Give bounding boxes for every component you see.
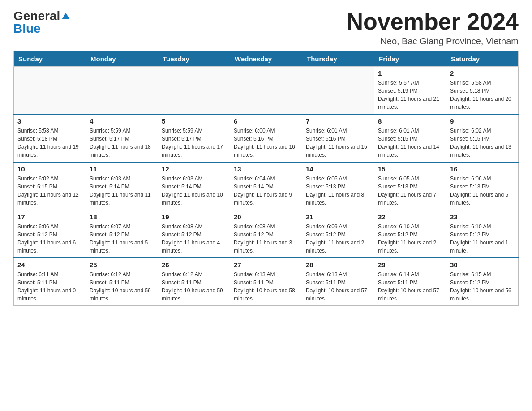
weekday-header-monday: Monday bbox=[86, 51, 158, 67]
calendar-cell-1-5 bbox=[302, 67, 374, 115]
day-number: 8 bbox=[378, 117, 442, 125]
day-info: Sunrise: 6:05 AMSunset: 5:13 PMDaylight:… bbox=[306, 175, 370, 207]
day-info: Sunrise: 5:58 AMSunset: 5:18 PMDaylight:… bbox=[17, 127, 82, 159]
day-number: 21 bbox=[306, 213, 370, 221]
day-info: Sunrise: 5:58 AMSunset: 5:18 PMDaylight:… bbox=[450, 79, 515, 111]
day-number: 12 bbox=[162, 165, 226, 173]
day-info: Sunrise: 6:07 AMSunset: 5:12 PMDaylight:… bbox=[90, 223, 154, 255]
calendar-week-4: 17Sunrise: 6:06 AMSunset: 5:12 PMDayligh… bbox=[14, 210, 519, 258]
calendar-cell-4-7: 23Sunrise: 6:10 AMSunset: 5:12 PMDayligh… bbox=[446, 210, 519, 258]
calendar-cell-3-3: 12Sunrise: 6:03 AMSunset: 5:14 PMDayligh… bbox=[158, 162, 230, 210]
calendar-cell-4-1: 17Sunrise: 6:06 AMSunset: 5:12 PMDayligh… bbox=[14, 210, 86, 258]
day-info: Sunrise: 6:15 AMSunset: 5:12 PMDaylight:… bbox=[450, 270, 515, 303]
day-info: Sunrise: 6:02 AMSunset: 5:15 PMDaylight:… bbox=[450, 127, 515, 159]
day-info: Sunrise: 6:09 AMSunset: 5:12 PMDaylight:… bbox=[306, 223, 370, 255]
calendar-cell-3-6: 15Sunrise: 6:05 AMSunset: 5:13 PMDayligh… bbox=[374, 162, 446, 210]
calendar-cell-4-4: 20Sunrise: 6:08 AMSunset: 5:12 PMDayligh… bbox=[230, 210, 302, 258]
day-info: Sunrise: 6:08 AMSunset: 5:12 PMDaylight:… bbox=[234, 223, 298, 255]
day-number: 9 bbox=[450, 117, 515, 125]
day-info: Sunrise: 6:13 AMSunset: 5:11 PMDaylight:… bbox=[306, 270, 370, 303]
day-number: 22 bbox=[378, 213, 442, 221]
calendar-cell-5-4: 27Sunrise: 6:13 AMSunset: 5:11 PMDayligh… bbox=[230, 258, 302, 306]
day-info: Sunrise: 6:00 AMSunset: 5:16 PMDaylight:… bbox=[234, 127, 298, 159]
calendar-cell-2-7: 9Sunrise: 6:02 AMSunset: 5:15 PMDaylight… bbox=[446, 114, 519, 162]
day-info: Sunrise: 5:59 AMSunset: 5:17 PMDaylight:… bbox=[90, 127, 154, 159]
header: General Blue November 2024 Neo, Bac Gian… bbox=[13, 9, 519, 47]
day-info: Sunrise: 5:59 AMSunset: 5:17 PMDaylight:… bbox=[162, 127, 226, 159]
calendar-cell-1-1 bbox=[14, 67, 86, 115]
weekday-header-sunday: Sunday bbox=[14, 51, 86, 67]
day-info: Sunrise: 6:01 AMSunset: 5:16 PMDaylight:… bbox=[306, 127, 370, 159]
day-number: 15 bbox=[378, 165, 442, 173]
calendar-cell-1-2 bbox=[86, 67, 158, 115]
day-number: 4 bbox=[90, 117, 154, 125]
day-info: Sunrise: 5:57 AMSunset: 5:19 PMDaylight:… bbox=[378, 79, 442, 111]
calendar-cell-3-2: 11Sunrise: 6:03 AMSunset: 5:14 PMDayligh… bbox=[86, 162, 158, 210]
calendar-title: November 2024 bbox=[347, 9, 519, 34]
weekday-header-row: SundayMondayTuesdayWednesdayThursdayFrid… bbox=[14, 51, 519, 67]
calendar-week-5: 24Sunrise: 6:11 AMSunset: 5:11 PMDayligh… bbox=[14, 258, 519, 306]
calendar-cell-1-3 bbox=[158, 67, 230, 115]
day-number: 27 bbox=[234, 261, 298, 269]
day-number: 17 bbox=[17, 213, 82, 221]
calendar-cell-3-5: 14Sunrise: 6:05 AMSunset: 5:13 PMDayligh… bbox=[302, 162, 374, 210]
weekday-header-thursday: Thursday bbox=[302, 51, 374, 67]
day-number: 28 bbox=[306, 261, 370, 269]
day-info: Sunrise: 6:12 AMSunset: 5:11 PMDaylight:… bbox=[90, 270, 154, 303]
calendar-week-2: 3Sunrise: 5:58 AMSunset: 5:18 PMDaylight… bbox=[14, 114, 519, 162]
day-number: 25 bbox=[90, 261, 154, 269]
day-number: 3 bbox=[17, 117, 82, 125]
day-info: Sunrise: 6:03 AMSunset: 5:14 PMDaylight:… bbox=[90, 175, 154, 207]
calendar-cell-4-3: 19Sunrise: 6:08 AMSunset: 5:12 PMDayligh… bbox=[158, 210, 230, 258]
day-number: 1 bbox=[378, 69, 442, 77]
calendar-cell-2-5: 7Sunrise: 6:01 AMSunset: 5:16 PMDaylight… bbox=[302, 114, 374, 162]
calendar-cell-3-1: 10Sunrise: 6:02 AMSunset: 5:15 PMDayligh… bbox=[14, 162, 86, 210]
calendar-cell-5-5: 28Sunrise: 6:13 AMSunset: 5:11 PMDayligh… bbox=[302, 258, 374, 306]
day-info: Sunrise: 6:06 AMSunset: 5:12 PMDaylight:… bbox=[17, 223, 82, 255]
logo: General Blue bbox=[13, 9, 70, 36]
day-info: Sunrise: 6:06 AMSunset: 5:13 PMDaylight:… bbox=[450, 175, 515, 207]
day-info: Sunrise: 6:13 AMSunset: 5:11 PMDaylight:… bbox=[234, 270, 298, 303]
day-info: Sunrise: 6:11 AMSunset: 5:11 PMDaylight:… bbox=[17, 270, 82, 303]
day-info: Sunrise: 6:01 AMSunset: 5:15 PMDaylight:… bbox=[378, 127, 442, 159]
calendar-cell-1-6: 1Sunrise: 5:57 AMSunset: 5:19 PMDaylight… bbox=[374, 67, 446, 115]
day-number: 23 bbox=[450, 213, 515, 221]
calendar-cell-1-4 bbox=[230, 67, 302, 115]
calendar-cell-2-6: 8Sunrise: 6:01 AMSunset: 5:15 PMDaylight… bbox=[374, 114, 446, 162]
calendar-cell-2-4: 6Sunrise: 6:00 AMSunset: 5:16 PMDaylight… bbox=[230, 114, 302, 162]
calendar-table: SundayMondayTuesdayWednesdayThursdayFrid… bbox=[13, 51, 519, 306]
day-number: 7 bbox=[306, 117, 370, 125]
logo-triangle-icon bbox=[62, 13, 70, 19]
calendar-cell-5-3: 26Sunrise: 6:12 AMSunset: 5:11 PMDayligh… bbox=[158, 258, 230, 306]
day-number: 5 bbox=[162, 117, 226, 125]
day-info: Sunrise: 6:03 AMSunset: 5:14 PMDaylight:… bbox=[162, 175, 226, 207]
calendar-cell-2-1: 3Sunrise: 5:58 AMSunset: 5:18 PMDaylight… bbox=[14, 114, 86, 162]
day-number: 30 bbox=[450, 261, 515, 269]
calendar-cell-5-6: 29Sunrise: 6:14 AMSunset: 5:11 PMDayligh… bbox=[374, 258, 446, 306]
calendar-cell-2-3: 5Sunrise: 5:59 AMSunset: 5:17 PMDaylight… bbox=[158, 114, 230, 162]
day-number: 6 bbox=[234, 117, 298, 125]
day-number: 11 bbox=[90, 165, 154, 173]
day-info: Sunrise: 6:14 AMSunset: 5:11 PMDaylight:… bbox=[378, 270, 442, 303]
weekday-header-friday: Friday bbox=[374, 51, 446, 67]
calendar-cell-3-7: 16Sunrise: 6:06 AMSunset: 5:13 PMDayligh… bbox=[446, 162, 519, 210]
day-info: Sunrise: 6:10 AMSunset: 5:12 PMDaylight:… bbox=[378, 223, 442, 255]
day-number: 20 bbox=[234, 213, 298, 221]
calendar-cell-2-2: 4Sunrise: 5:59 AMSunset: 5:17 PMDaylight… bbox=[86, 114, 158, 162]
day-number: 19 bbox=[162, 213, 226, 221]
day-number: 18 bbox=[90, 213, 154, 221]
title-area: November 2024 Neo, Bac Giang Province, V… bbox=[347, 9, 519, 47]
calendar-subtitle: Neo, Bac Giang Province, Vietnam bbox=[347, 36, 519, 47]
weekday-header-tuesday: Tuesday bbox=[158, 51, 230, 67]
calendar-cell-3-4: 13Sunrise: 6:04 AMSunset: 5:14 PMDayligh… bbox=[230, 162, 302, 210]
calendar-cell-5-2: 25Sunrise: 6:12 AMSunset: 5:11 PMDayligh… bbox=[86, 258, 158, 306]
weekday-header-wednesday: Wednesday bbox=[230, 51, 302, 67]
calendar-cell-5-1: 24Sunrise: 6:11 AMSunset: 5:11 PMDayligh… bbox=[14, 258, 86, 306]
day-number: 29 bbox=[378, 261, 442, 269]
calendar-cell-4-6: 22Sunrise: 6:10 AMSunset: 5:12 PMDayligh… bbox=[374, 210, 446, 258]
day-number: 16 bbox=[450, 165, 515, 173]
calendar-cell-5-7: 30Sunrise: 6:15 AMSunset: 5:12 PMDayligh… bbox=[446, 258, 519, 306]
day-info: Sunrise: 6:02 AMSunset: 5:15 PMDaylight:… bbox=[17, 175, 82, 207]
day-info: Sunrise: 6:08 AMSunset: 5:12 PMDaylight:… bbox=[162, 223, 226, 255]
day-info: Sunrise: 6:04 AMSunset: 5:14 PMDaylight:… bbox=[234, 175, 298, 207]
